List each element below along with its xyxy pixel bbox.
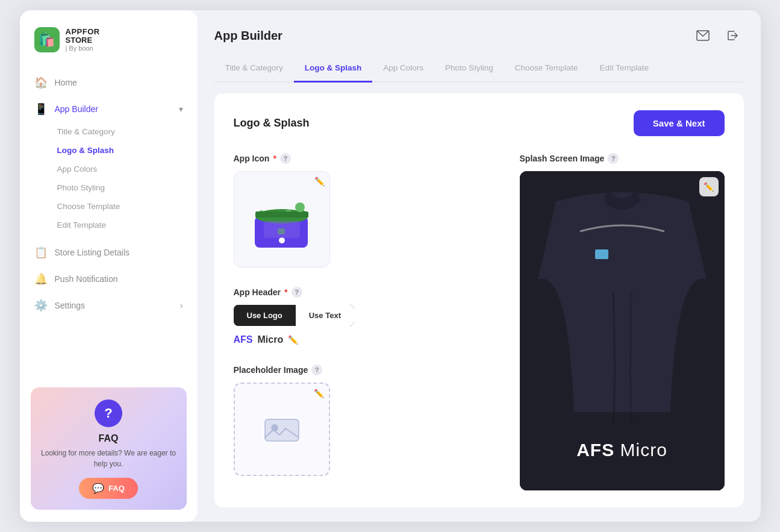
sidebar-item-choose-template[interactable]: Choose Template	[51, 197, 198, 216]
svg-point-2	[279, 237, 285, 243]
header-toggle-group: Use Logo Use Text	[234, 305, 354, 326]
main-content: App Builder Title & Category	[198, 10, 761, 522]
home-icon: 🏠	[34, 76, 48, 89]
placeholder-image-section: Placeholder Image ? ✏️	[234, 365, 496, 476]
header-preview-colored: AFS	[234, 334, 253, 345]
splash-brand-text: AFS Micro	[520, 440, 725, 460]
app-header-section: App Header * ? Use Logo Use Text AFS Mic…	[234, 287, 496, 345]
content-card-title: Logo & Splash	[234, 117, 310, 130]
content-card: Logo & Splash Save & Next App Icon * ? ✏…	[214, 93, 744, 507]
sidebar-item-store-listing-label: Store Listing Details	[55, 248, 130, 257]
logo-text-bottom: | By boon	[66, 45, 100, 52]
logo-text-middle: STORE	[66, 36, 100, 45]
page-title: App Builder	[214, 29, 282, 43]
svg-rect-8	[265, 419, 299, 441]
sidebar-item-push-notification[interactable]: 🔔 Push Notification	[20, 266, 198, 292]
app-icon-upload-box[interactable]: ✏️	[234, 171, 330, 268]
sidebar-item-home[interactable]: 🏠 Home	[20, 69, 198, 96]
splash-brand-plain: Micro	[614, 440, 667, 460]
page-header: App Builder	[214, 25, 744, 46]
app-icon-image	[249, 186, 315, 252]
faq-button[interactable]: 💬 FAQ	[79, 478, 138, 499]
sidebar-item-title-category[interactable]: Title & Category	[51, 122, 198, 141]
splash-screen-help-icon[interactable]: ?	[608, 153, 619, 164]
faq-icon: ?	[95, 399, 122, 427]
store-listing-icon: 📋	[34, 246, 48, 259]
placeholder-upload-box[interactable]: ✏️	[234, 383, 330, 476]
sidebar-item-app-colors[interactable]: App Colors	[51, 160, 198, 178]
chevron-right-icon: ›	[180, 301, 183, 310]
header-preview-plain: Micro	[258, 334, 284, 345]
placeholder-image-label: Placeholder Image ?	[234, 365, 496, 375]
sidebar-item-settings[interactable]: ⚙️ Settings ›	[20, 292, 198, 319]
placeholder-edit-icon[interactable]: ✏️	[314, 389, 324, 398]
tab-logo-splash[interactable]: Logo & Splash	[294, 57, 373, 83]
tab-bar: Title & Category Logo & Splash App Color…	[214, 57, 744, 83]
app-icon-label: App Icon * ?	[234, 153, 496, 164]
sidebar-item-photo-styling[interactable]: Photo Styling	[51, 178, 198, 197]
placeholder-help-icon[interactable]: ?	[311, 365, 322, 375]
svg-rect-11	[595, 249, 608, 259]
chat-icon: 💬	[92, 483, 104, 494]
sidebar-item-logo-splash[interactable]: Logo & Splash	[51, 141, 198, 160]
svg-rect-7	[264, 221, 300, 238]
logout-icon	[726, 30, 740, 42]
logo-block: 🛍️ APPFOR STORE | By boon	[20, 27, 198, 69]
tab-photo-styling[interactable]: Photo Styling	[434, 57, 504, 83]
sidebar-item-home-label: Home	[55, 78, 77, 87]
app-icon-help-icon[interactable]: ?	[280, 153, 291, 164]
sidebar-item-edit-template[interactable]: Edit Template	[51, 216, 198, 234]
required-indicator-2: *	[284, 287, 287, 297]
splash-screen-edit-button[interactable]: ✏️	[699, 177, 719, 196]
chevron-down-icon: ▾	[179, 104, 183, 114]
sidebar-item-store-listing[interactable]: 📋 Store Listing Details	[20, 239, 198, 266]
email-icon	[696, 30, 710, 41]
use-text-button[interactable]: Use Text	[296, 305, 354, 326]
sidebar: 🛍️ APPFOR STORE | By boon 🏠 Home 📱 App B…	[20, 10, 198, 522]
splash-screen-label: Splash Screen Image ?	[520, 153, 725, 164]
sidebar-navigation: 🏠 Home 📱 App Builder ▾ Title & Category …	[20, 69, 198, 377]
logo-icon: 🛍️	[34, 27, 60, 52]
image-placeholder-svg	[264, 415, 300, 445]
splash-screen-preview: ✏️	[520, 171, 725, 490]
left-column: App Icon * ? ✏️	[234, 153, 496, 490]
faq-card: ? FAQ Looking for more details? We are e…	[31, 387, 187, 510]
right-column: Splash Screen Image ? ✏️	[520, 153, 725, 490]
use-logo-button[interactable]: Use Logo	[234, 305, 296, 326]
header-text-edit-icon[interactable]: ✏️	[288, 335, 298, 345]
header-actions	[692, 25, 744, 46]
sidebar-item-settings-label: Settings	[55, 301, 86, 310]
content-card-header: Logo & Splash Save & Next	[234, 110, 725, 136]
splash-brand-bold: AFS	[576, 440, 614, 460]
tab-choose-template[interactable]: Choose Template	[504, 57, 589, 83]
svg-rect-5	[255, 211, 308, 217]
app-header-help-icon[interactable]: ?	[292, 287, 302, 298]
faq-description: Looking for more details? We are eager t…	[40, 448, 177, 469]
app-builder-icon: 📱	[34, 102, 48, 116]
header-text-preview: AFS Micro ✏️	[234, 334, 496, 345]
app-header-label: App Header * ?	[234, 287, 496, 298]
email-button[interactable]	[692, 25, 714, 46]
tab-edit-template[interactable]: Edit Template	[588, 57, 660, 83]
app-icon-edit-icon[interactable]: ✏️	[314, 177, 325, 186]
save-next-button[interactable]: Save & Next	[634, 110, 725, 136]
logout-button[interactable]	[722, 25, 744, 46]
sidebar-item-app-builder-label: App Builder	[55, 104, 98, 114]
gear-icon: ⚙️	[34, 299, 48, 312]
placeholder-image-icon	[264, 415, 300, 445]
sidebar-sub-menu: Title & Category Logo & Splash App Color…	[20, 122, 198, 234]
tab-title-category[interactable]: Title & Category	[214, 57, 294, 83]
sidebar-item-push-notification-label: Push Notification	[55, 274, 118, 284]
required-indicator: *	[273, 154, 276, 163]
two-column-layout: App Icon * ? ✏️	[234, 153, 725, 490]
logo-text-top: APPFOR	[66, 28, 100, 36]
faq-title: FAQ	[99, 433, 119, 444]
svg-point-6	[295, 202, 305, 212]
tab-app-colors[interactable]: App Colors	[372, 57, 434, 83]
app-icon-section: App Icon * ? ✏️	[234, 153, 496, 268]
sidebar-item-app-builder[interactable]: 📱 App Builder ▾	[20, 96, 198, 122]
faq-button-label: FAQ	[108, 484, 125, 493]
bell-icon: 🔔	[34, 272, 48, 286]
logo-text: APPFOR STORE | By boon	[66, 28, 100, 52]
